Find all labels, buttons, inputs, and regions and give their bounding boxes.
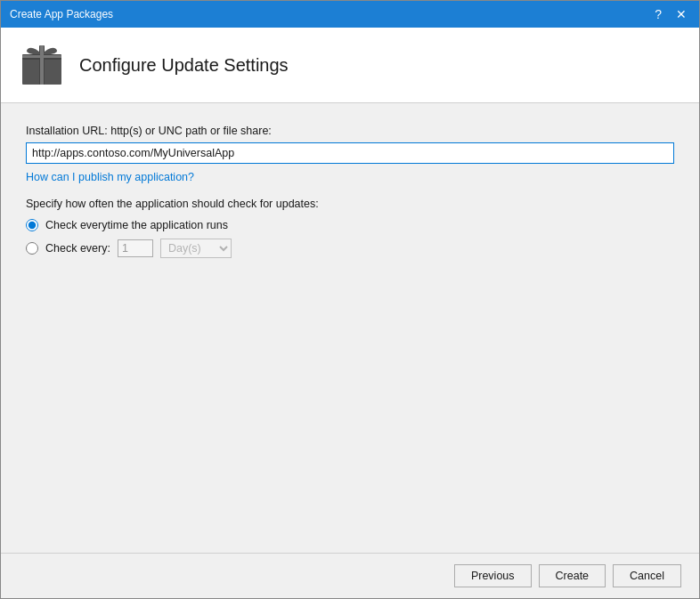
period-dropdown[interactable]: Day(s) Week(s) Month(s)	[160, 239, 232, 258]
close-button[interactable]: ✕	[672, 6, 690, 22]
header-title: Configure Update Settings	[79, 55, 289, 76]
dialog-window: Create App Packages ? ✕ Configure Update…	[0, 0, 700, 599]
radio-everytime-label: Check everytime the application runs	[45, 219, 228, 231]
url-label: Installation URL: http(s) or UNC path or…	[26, 125, 674, 137]
previous-button[interactable]: Previous	[454, 564, 532, 587]
footer: Previous Create Cancel	[1, 553, 699, 598]
radio-item-everytime: Check everytime the application runs	[26, 219, 674, 231]
cancel-button[interactable]: Cancel	[613, 564, 681, 587]
svg-rect-4	[22, 55, 61, 58]
radio-group: Check everytime the application runs Che…	[26, 219, 674, 258]
content-area: Installation URL: http(s) or UNC path or…	[1, 103, 699, 553]
radio-item-check-every: Check every: Day(s) Week(s) Month(s)	[26, 239, 674, 258]
title-bar-controls: ? ✕	[651, 6, 690, 22]
radio-check-every-label: Check every:	[45, 242, 110, 255]
url-input[interactable]	[26, 142, 674, 164]
title-bar-text: Create App Packages	[10, 8, 113, 20]
update-freq-label: Specify how often the application should…	[26, 198, 674, 210]
create-button[interactable]: Create	[539, 564, 606, 587]
help-button[interactable]: ?	[651, 6, 665, 22]
app-package-icon	[19, 42, 65, 88]
title-bar: Create App Packages ? ✕	[1, 1, 699, 28]
help-link[interactable]: How can I publish my application?	[26, 171, 194, 183]
radio-check-every[interactable]	[26, 242, 38, 255]
header-section: Configure Update Settings	[1, 28, 699, 103]
radio-everytime[interactable]	[26, 219, 38, 231]
svg-rect-3	[40, 45, 44, 85]
check-every-input[interactable]	[118, 239, 153, 257]
